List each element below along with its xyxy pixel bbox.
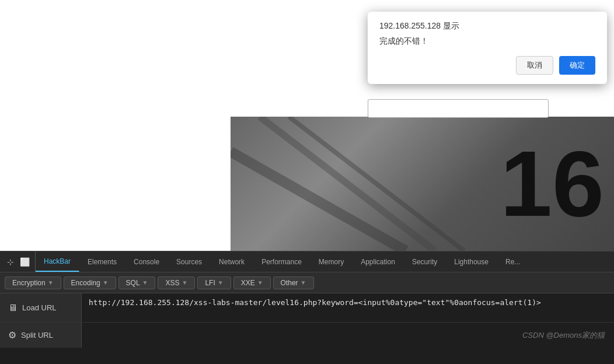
dialog-cancel-button[interactable]: 取消 [516,56,553,75]
image-background: 16 [231,117,614,251]
watermark-text: CSDN @Demons家的猫 [82,323,614,348]
xxe-button[interactable]: XXE ▼ [233,276,271,289]
sql-button[interactable]: SQL ▼ [118,276,156,289]
tab-performance[interactable]: Performance [253,251,311,272]
url-input[interactable] [82,293,614,322]
encryption-button[interactable]: Encryption ▼ [5,276,61,289]
other-button[interactable]: Other ▼ [273,276,314,289]
other-arrow-icon: ▼ [301,279,306,286]
devtools-icons: ⊹ ⬜ [0,251,36,272]
dialog-buttons: 取消 确定 [379,56,595,75]
tab-console[interactable]: Console [125,251,168,272]
tab-memory[interactable]: Memory [311,251,353,272]
xss-button[interactable]: XSS ▼ [158,276,195,289]
encoding-arrow-icon: ▼ [103,279,109,286]
lfi-button[interactable]: LFI ▼ [197,276,231,289]
dialog-title: 192.168.255.128 显示 [379,21,595,32]
tab-more[interactable]: Re... [497,251,529,272]
tab-elements[interactable]: Elements [79,251,125,272]
devtools-tabbar: ⊹ ⬜ HackBar Elements Console Sources Net… [0,251,614,272]
shadow-svg [231,117,614,251]
split-url-icon: ⚙ [8,330,16,341]
encryption-arrow-icon: ▼ [48,279,54,286]
dialog-message: 完成的不错！ [379,36,595,47]
split-url-button[interactable]: ⚙ Split URL [0,323,82,348]
inspect-icon[interactable]: ⊹ [5,256,16,268]
tab-security[interactable]: Security [404,251,446,272]
xss-arrow-icon: ▼ [182,279,188,286]
hackbar-url-row: 🖥 Load URL [0,293,614,322]
dialog-ok-button[interactable]: 确定 [559,56,595,75]
tab-sources[interactable]: Sources [168,251,211,272]
lfi-arrow-icon: ▼ [218,279,224,286]
dialog-input-field[interactable] [368,99,549,118]
svg-line-0 [231,152,406,251]
load-url-button[interactable]: 🖥 Load URL [0,293,82,322]
main-content: 16 192.168.255.128 显示 完成的不错！ 取消 确定 [0,0,614,251]
dialog-input-row [368,99,607,118]
tab-network[interactable]: Network [211,251,253,272]
hackbar-toolbar: Encryption ▼ Encoding ▼ SQL ▼ XSS ▼ LFI … [0,272,614,293]
left-pane [0,0,231,251]
xxe-arrow-icon: ▼ [257,279,263,286]
alert-dialog: 192.168.255.128 显示 完成的不错！ 取消 确定 [368,12,607,84]
page-image: 16 [231,117,614,251]
tab-lighthouse[interactable]: Lighthouse [446,251,497,272]
device-icon[interactable]: ⬜ [19,256,30,268]
hackbar-split-row: ⚙ Split URL CSDN @Demons家的猫 [0,322,614,348]
tab-hackbar[interactable]: HackBar [36,251,79,272]
load-url-icon: 🖥 [8,303,18,313]
tab-application[interactable]: Application [353,251,404,272]
sql-arrow-icon: ▼ [142,279,148,286]
encoding-button[interactable]: Encoding ▼ [64,276,116,289]
